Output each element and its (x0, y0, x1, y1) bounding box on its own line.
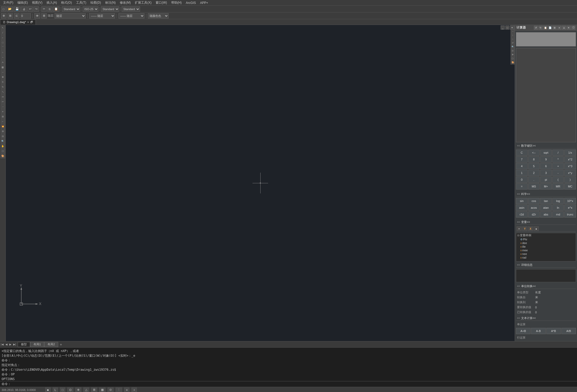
nav-icon-7[interactable]: ⊡ (511, 49, 515, 52)
menu-window[interactable]: 窗口(W) (154, 1, 169, 5)
lt-hatch-icon[interactable]: ▦ (1, 65, 5, 70)
calc-icon-4[interactable]: 📄 (548, 26, 552, 30)
menu-insert[interactable]: 插入(A) (44, 1, 59, 5)
lt-rotate-icon[interactable]: ↻ (1, 85, 5, 89)
var-btn-Y[interactable]: Y (522, 226, 527, 231)
layout-tab-1[interactable]: 布局1 (30, 342, 44, 347)
calc-btn-mplus[interactable]: M+ (540, 183, 552, 190)
status-ducs-btn[interactable]: ▦ (99, 388, 105, 392)
calc-btn-add[interactable]: + (552, 163, 564, 169)
status-ortho-btn[interactable]: O (67, 388, 73, 392)
standard-select-3[interactable]: Standard (122, 6, 140, 12)
layout-tab-model[interactable]: 极型 (18, 342, 30, 347)
details-section-header[interactable]: 详细信息 (516, 262, 576, 268)
unit-section-header[interactable]: 单位转换<< (516, 284, 576, 289)
nav-icon-2[interactable]: ↔ (511, 29, 515, 33)
calc-btn-backspace[interactable]: <-- (528, 150, 540, 156)
var-btn-X[interactable]: X (528, 226, 533, 231)
calc-btn-dot[interactable]: . (528, 177, 540, 183)
status-L-btn[interactable]: L (53, 388, 58, 392)
canvas-close-btn[interactable]: ✕ (510, 25, 514, 30)
variables-section-header[interactable]: 变量<< (516, 220, 576, 225)
lt-3d-icon[interactable]: ⬡ (1, 149, 5, 153)
tab-close-btn[interactable]: ✕ (27, 21, 29, 24)
science-section-header[interactable]: 科学<< (516, 192, 576, 197)
text-calc-section-header[interactable]: 文本计算<< (516, 316, 576, 321)
open-btn[interactable]: 📂 (6, 6, 13, 12)
text-btn-aminusb[interactable]: A-B (531, 328, 546, 334)
calc-input-field[interactable] (516, 48, 576, 142)
calc-icon-info[interactable]: ⓘ (571, 26, 575, 30)
layout-tab-add-btn[interactable]: + (58, 342, 63, 347)
calc-btn-ln[interactable]: ln (552, 205, 564, 211)
cut-btn[interactable]: ✂ (41, 6, 47, 12)
var-item-nee[interactable]: x nee (516, 252, 576, 256)
calc-btn-trunc[interactable]: trunc (564, 211, 576, 218)
nav-icon-4[interactable]: ○ (511, 37, 515, 41)
iso-select[interactable]: ISO-25 (83, 6, 98, 12)
calc-btn-rparen[interactable]: ) (564, 177, 576, 183)
lt-layer-icon[interactable]: ⊟ (1, 134, 5, 139)
calc-btn-8[interactable]: 8 (528, 156, 540, 163)
copy-btn[interactable]: ⎘ (47, 6, 52, 12)
calc-btn-acos[interactable]: acos (528, 205, 540, 211)
calc-btn-lparen[interactable]: ( (552, 177, 564, 183)
calc-btn-inv[interactable]: 1/x (564, 150, 576, 156)
save-btn[interactable]: 💾 (14, 6, 21, 12)
status-osnap-btn[interactable]: △ (83, 388, 89, 392)
calc-icon-7[interactable]: Δ (562, 26, 566, 30)
calc-icon-close[interactable]: ✕ (567, 26, 571, 30)
calc-btn-sq2[interactable]: x^2 (564, 156, 576, 163)
calc-btn-C[interactable]: C (516, 150, 528, 156)
calc-btn-tan[interactable]: tan (540, 198, 552, 204)
calc-btn-abs[interactable]: abs (540, 211, 552, 218)
calc-btn-7[interactable]: 7 (516, 156, 528, 163)
nav-icon-8[interactable]: ✥ (511, 53, 515, 56)
lt-array-icon[interactable]: ⊞ (1, 114, 5, 119)
calc-btn-sq3[interactable]: x^3 (564, 163, 576, 169)
layer-btn[interactable]: ⊞ (41, 13, 47, 18)
lineweight-select[interactable]: —— 随层 (118, 13, 144, 18)
lt-select-icon[interactable]: ↖ (1, 25, 5, 30)
status-add-btn[interactable]: + (131, 388, 137, 392)
text-btn-amulb[interactable]: A*B (546, 328, 561, 334)
calc-btn-eq[interactable]: = (516, 183, 528, 190)
nav-icon-6[interactable]: 🔍 (511, 45, 515, 49)
drawing-tab[interactable]: 🗋 Drawing1.dwg* ✕ 🗗 (0, 19, 36, 25)
canvas-maximize-btn[interactable]: □ (505, 25, 509, 30)
lt-circle-icon[interactable]: ○ (1, 50, 5, 55)
calc-btn-mc[interactable]: MC (564, 183, 576, 190)
layout-tab-2[interactable]: 布局2 (44, 342, 58, 347)
layer-vis-btn[interactable]: 👁 (34, 13, 40, 18)
var-group-samples[interactable]: ⊟ 变量样例 (516, 233, 576, 238)
menu-annotation[interactable]: 标注(N) (103, 1, 118, 5)
nav-icon-10[interactable]: 🎨 (511, 60, 515, 64)
calc-icon-2[interactable]: ↻ (539, 26, 543, 30)
status-snap-btn[interactable]: ■ (45, 388, 51, 392)
menu-file[interactable]: 文件(F) (1, 1, 15, 5)
calc-btn-mul[interactable]: * (552, 156, 564, 163)
calc-btn-div[interactable]: / (552, 150, 564, 156)
calc-btn-4[interactable]: 4 (516, 163, 528, 169)
calc-icon-5[interactable]: ⊞ (553, 26, 557, 30)
calc-btn-5[interactable]: 5 (528, 163, 540, 169)
var-item-ille[interactable]: x ille (516, 245, 576, 248)
ortho-btn[interactable]: ⊏ (14, 13, 19, 18)
calc-btn-pi[interactable]: pi (540, 177, 552, 183)
calc-icon-3[interactable]: 📋 (543, 26, 547, 30)
layout-nav-next[interactable]: ▶ (9, 343, 12, 346)
menu-edit[interactable]: 编辑(E) (15, 1, 30, 5)
menu-modify[interactable]: 修改(M) (118, 1, 133, 5)
new-btn[interactable]: □ (1, 6, 6, 12)
menu-extend-tools[interactable]: 扩展工具(X) (133, 1, 154, 5)
calc-btn-1[interactable]: 1 (516, 170, 528, 176)
calc-btn-9[interactable]: 9 (540, 156, 552, 163)
lt-rect-icon[interactable]: □ (1, 40, 5, 45)
lt-pan-icon[interactable]: ✋ (1, 144, 5, 148)
menu-draw[interactable]: 绘图(D) (88, 1, 103, 5)
paste-btn[interactable]: 📋 (53, 6, 59, 12)
nav-icon-5[interactable]: ↺ (511, 41, 515, 45)
menu-view[interactable]: 视图(V) (30, 1, 44, 5)
status-clean-btn[interactable]: ≡ (124, 388, 129, 392)
nav-icon-3[interactable]: ↕ (511, 33, 515, 37)
